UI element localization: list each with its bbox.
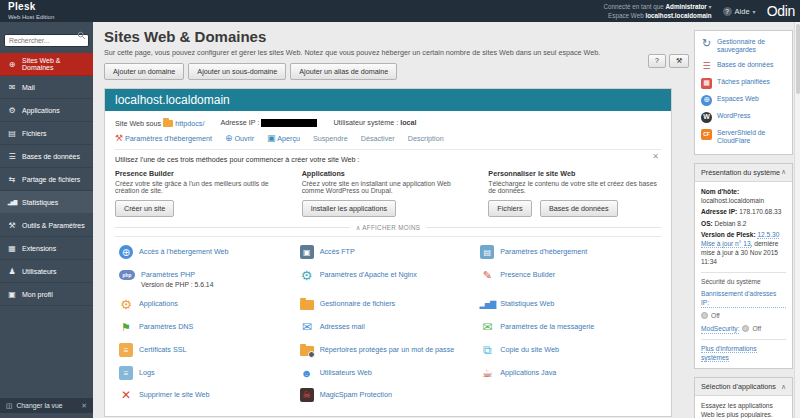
feature-logs[interactable]: ≡Logs	[119, 366, 300, 388]
database-icon: ☰	[701, 61, 712, 72]
profile-icon: ▣	[7, 290, 17, 299]
hosting-settings-icon: ▤	[480, 245, 494, 259]
favorite-backup-manager[interactable]: ↻Gestionnaire de sauvegardes	[701, 38, 786, 55]
feature-mail-addresses[interactable]: ✉Adresses mail	[300, 320, 481, 343]
feature-mail-settings[interactable]: ✉Paramètres de la messagerie	[480, 320, 661, 343]
sidebar-item-websites-domains[interactable]: ⊕Sites Web & Domaines	[0, 53, 93, 76]
session-info: Connecté en tant que Administrator ▾ Esp…	[604, 2, 712, 21]
feature-hosting-settings[interactable]: ▤Paramètres d'hébergement	[480, 245, 661, 268]
backup-icon: ↻	[701, 38, 712, 49]
system-overview-box: Présentation du système∧ Nom d'hôte: loc…	[694, 163, 793, 369]
help-menu[interactable]: ? Aide ▾	[723, 7, 756, 16]
favorite-servershield[interactable]: CFServerShield de CloudFlare	[701, 129, 786, 146]
sidebar-item-databases[interactable]: ☰Bases de données	[0, 145, 93, 168]
sidebar-item-extensions[interactable]: ▦Extensions	[0, 237, 93, 260]
favorite-webspaces[interactable]: ⊕Espaces Web	[701, 95, 786, 106]
feature-grid: ⊕Accès à l'hébergement Web phpParamètres…	[115, 236, 661, 416]
domain-panel: localhost.localdomain Site Web sous http…	[104, 88, 672, 417]
sidebar-item-users[interactable]: ♟Utilisateurs	[0, 260, 93, 283]
sidebar-item-applications[interactable]: ⚙Applications	[0, 99, 93, 122]
change-view-button[interactable]: ◫ Changer la vue ✕	[0, 398, 93, 413]
feature-dns-settings[interactable]: ⚑Paramètres DNS	[119, 320, 300, 343]
create-site-button[interactable]: Créer un site	[115, 200, 174, 217]
hosting-settings-link[interactable]: ⚒ Paramètres d'hébergement	[115, 133, 212, 143]
favorite-databases[interactable]: ☰Bases de données	[701, 61, 786, 72]
brand-edition: Web Host Edition	[8, 14, 54, 20]
close-icon[interactable]: ✕	[81, 402, 87, 410]
system-overview-title: Présentation du système	[701, 168, 780, 177]
share-icon: ⇆	[7, 175, 17, 184]
add-subdomain-button[interactable]: Ajouter un sous-domaine	[188, 63, 286, 80]
close-icon[interactable]: ✕	[652, 152, 659, 161]
feature-ftp-access[interactable]: ▣Accès FTP	[300, 245, 481, 268]
preview-link[interactable]: ▣ Aperçu	[267, 133, 300, 143]
add-domain-alias-button[interactable]: Ajouter un alias de domaine	[290, 63, 397, 80]
modsecurity-link[interactable]: ModSecurity:	[701, 324, 739, 334]
httpdocs-link[interactable]: httpdocs/	[175, 119, 204, 128]
folder-lock-icon	[300, 346, 314, 356]
web-hosting-access-icon: ⊕	[119, 245, 133, 259]
collapse-icon[interactable]: ∧	[781, 168, 786, 176]
ip-ban-status: Off	[711, 311, 720, 320]
scrollbar-thumb[interactable]	[796, 24, 800, 94]
deactivate-link[interactable]: Désactiver	[361, 134, 395, 143]
sidebar-item-tools-settings[interactable]: ⚒Outils & Paramètres	[0, 214, 93, 237]
sidebar-item-mail[interactable]: ✉Mail	[0, 76, 93, 99]
help-icon: ?	[723, 7, 732, 16]
connected-label: Connecté en tant que	[604, 3, 664, 10]
page-subtitle: Sur cette page, vous pouvez configurer e…	[104, 48, 690, 57]
workspace-label: Espace Web	[608, 12, 644, 19]
favorite-scheduled-tasks[interactable]: ▦Tâches planifiées	[701, 78, 786, 89]
ip-ban-link[interactable]: Bannissement d'adresses IP:	[701, 289, 786, 308]
delete-icon: ✕	[119, 388, 133, 402]
feature-java-applications[interactable]: ☕Applications Java	[480, 366, 661, 388]
puzzle-icon: ▦	[7, 244, 17, 253]
feature-protected-directories[interactable]: Répertoires protégés par un mot de passe	[300, 343, 481, 366]
folder-icon	[163, 120, 173, 127]
feature-ssl-certificates[interactable]: ≡Certificats SSL	[119, 343, 300, 366]
show-less-link[interactable]: ∧ AFFICHER MOINS	[356, 224, 421, 231]
database-icon: ☰	[7, 152, 17, 161]
favorite-wordpress[interactable]: WWordPress	[701, 112, 786, 123]
sidebar-item-my-profile[interactable]: ▣Mon profil	[0, 283, 93, 306]
open-site-link[interactable]: ⊕ Ouvrir	[225, 133, 254, 143]
settings-wrench-button[interactable]: ⚒	[669, 54, 689, 68]
files-button[interactable]: Fichiers	[488, 200, 531, 217]
feature-applications[interactable]: ⚙Applications	[119, 297, 300, 320]
more-system-info-link[interactable]: Plus d'informations systèmes	[701, 345, 757, 362]
feature-site-copy[interactable]: ⧉Copie du site Web	[480, 343, 661, 366]
feature-delete-site[interactable]: ✕Supprimer le site Web	[119, 388, 300, 410]
feature-apache-nginx[interactable]: ⚙Paramètres d'Apache et Nginx	[300, 268, 481, 297]
feature-presence-builder[interactable]: ✎Presence Builder	[480, 268, 661, 297]
toggle-off-icon[interactable]	[742, 325, 749, 332]
install-apps-button[interactable]: Installer les applications	[302, 200, 396, 217]
sidebar-item-files[interactable]: ▤Fichiers	[0, 122, 93, 145]
user-menu[interactable]: Administrator	[666, 3, 707, 10]
databases-button[interactable]: Bases de données	[540, 200, 618, 217]
feature-web-statistics[interactable]: ▂▅▇Statistiques Web	[480, 297, 661, 320]
tools-icon: ⚒	[7, 221, 17, 230]
feature-web-users[interactable]: ☻Utilisateurs Web	[300, 366, 481, 388]
feature-file-manager[interactable]: Gestionnaire de fichiers	[300, 297, 481, 320]
vertical-scrollbar[interactable]	[794, 22, 800, 418]
feature-php-settings[interactable]: phpParamètres PHPVersion de PHP : 5.6.14	[119, 268, 300, 297]
right-sidebar: ↻Gestionnaire de sauvegardes ☰Bases de d…	[694, 22, 793, 418]
promo-intro: Utilisez l'une de ces trois méthodes pou…	[115, 155, 661, 164]
feature-magicspam[interactable]: ☠MagicSpam Protection	[300, 388, 481, 410]
bar-chart-icon: ▂▅▇	[480, 297, 494, 311]
sidebar-item-file-sharing[interactable]: ⇆Partage de fichiers	[0, 168, 93, 191]
sidebar-item-statistics[interactable]: ▂▅▇Statistiques	[0, 191, 93, 214]
description-link[interactable]: Description	[408, 134, 444, 143]
cloudflare-icon: CF	[701, 129, 712, 140]
suspend-link[interactable]: Suspendre	[313, 134, 348, 143]
toggle-off-icon[interactable]	[701, 312, 708, 319]
search-icon[interactable]	[77, 31, 86, 40]
main-content: Sites Web & Domaines Sur cette page, vou…	[93, 22, 690, 418]
apps-selection-box: Sélection d'applications∧ Essayez les ap…	[694, 377, 793, 418]
add-domain-button[interactable]: Ajouter un domaine	[104, 63, 184, 80]
collapse-icon[interactable]: ∧	[781, 383, 786, 391]
os-value: Debian 8.2	[715, 220, 747, 227]
logs-icon: ≡	[119, 366, 133, 380]
feature-web-hosting-access[interactable]: ⊕Accès à l'hébergement Web	[119, 245, 300, 268]
help-button[interactable]: ?	[648, 54, 666, 68]
